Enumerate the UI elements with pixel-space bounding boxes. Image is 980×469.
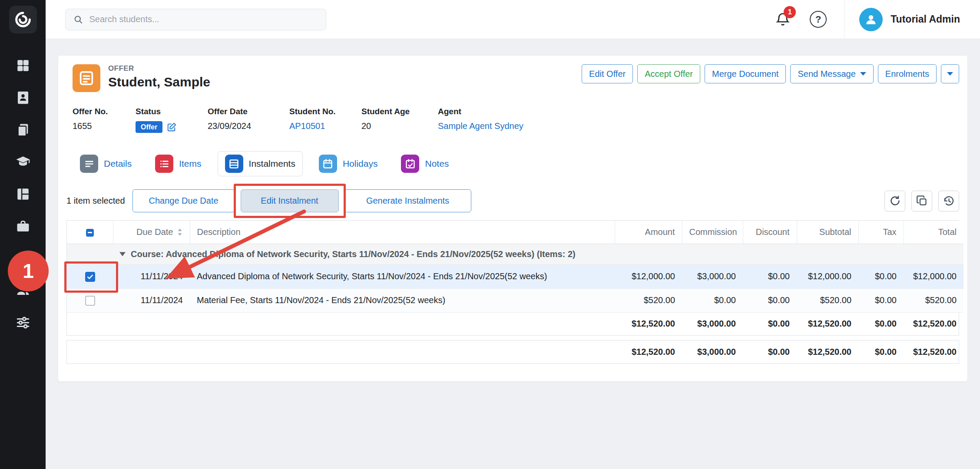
sidebar-item-contacts[interactable] (0, 82, 46, 114)
student-age-value: 20 (361, 121, 438, 131)
offer-type-label: OFFER (108, 64, 210, 73)
sidebar-nav (0, 39, 46, 339)
reports-icon (16, 251, 30, 266)
offer-actions: Edit Offer Accept Offer Merge Document S… (582, 64, 959, 83)
sidebar-item-documents[interactable] (0, 114, 46, 146)
offer-header: OFFER Student, Sample Edit Offer Accept … (73, 64, 959, 92)
briefcase-icon (16, 219, 30, 234)
logo-icon (9, 6, 37, 33)
sidebar-item-dashboard[interactable] (0, 50, 46, 82)
instalments-toolbar: 1 item selected Change Due Date Edit Ins… (66, 189, 959, 212)
courses-icon (16, 155, 30, 169)
tab-holidays[interactable]: Holidays (311, 151, 385, 176)
due-date-header[interactable]: Due Date (113, 221, 190, 244)
chevron-down-icon (947, 72, 953, 76)
notes-tab-icon (401, 155, 419, 173)
accept-offer-button[interactable]: Accept Offer (637, 64, 700, 83)
copy-button[interactable] (911, 191, 932, 211)
student-no-link[interactable]: AP10501 (289, 121, 325, 131)
select-all-checkbox[interactable] (86, 229, 94, 237)
search-input[interactable] (89, 14, 318, 24)
offer-date-value: 23/09/2024 (208, 121, 289, 131)
notification-badge: 1 (784, 6, 796, 18)
tab-notes[interactable]: Notes (394, 151, 456, 176)
merge-document-button[interactable]: Merge Document (705, 64, 786, 83)
student-search[interactable] (65, 9, 326, 30)
table-row[interactable]: 11/11/2024 Material Fee, Starts 11/Nov/2… (67, 288, 963, 312)
table-row[interactable]: 11/11/2024 Advanced Diploma of Network S… (67, 264, 963, 288)
description-header: Description (190, 221, 615, 244)
main-content: OFFER Student, Sample Edit Offer Accept … (46, 39, 980, 469)
sort-icon (177, 228, 183, 236)
sidebar-item-boards[interactable] (0, 178, 46, 210)
tab-items[interactable]: Items (148, 151, 209, 176)
enrolments-button[interactable]: Enrolments (878, 64, 937, 83)
selection-count: 1 item selected (66, 196, 125, 206)
sidebar-item-employers[interactable] (0, 210, 46, 242)
chevron-down-icon (860, 72, 866, 76)
documents-icon (16, 122, 30, 137)
status-block: Status Offer (136, 107, 208, 133)
collapse-caret-icon[interactable] (119, 251, 126, 257)
tab-instalments[interactable]: Instalments (218, 151, 303, 176)
row-checkbox[interactable] (85, 296, 95, 306)
sidebar-item-reports[interactable] (0, 242, 46, 274)
user-name: Tutorial Admin (891, 13, 960, 25)
change-due-date-button[interactable]: Change Due Date (132, 189, 235, 212)
edit-instalment-button[interactable]: Edit Instalment (241, 189, 339, 212)
history-button[interactable] (938, 191, 959, 211)
student-age-block: Student Age 20 (361, 107, 438, 133)
offer-no-block: Offer No. 1655 (73, 107, 136, 133)
settings-icon (16, 315, 30, 330)
search-icon (73, 14, 83, 25)
tab-details[interactable]: Details (73, 151, 139, 176)
offer-date-block: Offer Date 23/09/2024 (208, 107, 289, 133)
course-group-row[interactable]: Course: Advanced Diploma of Network Secu… (67, 244, 963, 264)
offer-info-row: Offer No. 1655 Status Offer Offer Date 2… (73, 107, 959, 133)
notifications-button[interactable]: 1 (775, 12, 791, 27)
course-group-label: Course: Advanced Diploma of Network Secu… (131, 249, 576, 259)
subtotal-header: Subtotal (797, 221, 858, 244)
student-no-block: Student No. AP10501 (289, 107, 361, 133)
total-header: Total (904, 221, 963, 244)
edit-offer-button[interactable]: Edit Offer (582, 64, 633, 83)
history-icon (943, 195, 955, 207)
agent-link[interactable]: Sample Agent Sydney (438, 121, 523, 131)
offer-no-value: 1655 (73, 121, 136, 131)
user-menu[interactable]: Tutorial Admin (859, 8, 980, 31)
commission-header: Commission (682, 221, 743, 244)
more-actions-button[interactable] (941, 64, 959, 83)
send-message-button[interactable]: Send Message (790, 64, 873, 83)
instalments-table: Due Date Description Amount Commission D… (66, 220, 959, 336)
help-button[interactable]: ? (810, 11, 827, 28)
grand-total-section: $12,520.00 $3,000.00 $0.00 $12,520.00 $0… (66, 340, 959, 364)
edit-status-icon[interactable] (167, 122, 176, 132)
topbar-right: 1 ? Tutorial Admin (775, 0, 980, 39)
discount-header: Discount (743, 221, 797, 244)
sidebar-item-settings[interactable] (0, 307, 46, 339)
app-logo[interactable] (0, 0, 46, 39)
refresh-button[interactable] (884, 191, 905, 211)
generate-instalments-button[interactable]: Generate Instalments (344, 189, 471, 212)
help-icon: ? (815, 14, 821, 25)
row-checkbox[interactable] (85, 272, 95, 282)
holidays-tab-icon (319, 155, 337, 173)
sidebar-item-courses[interactable] (0, 146, 46, 178)
items-tab-icon (155, 155, 173, 173)
instalments-tab-icon (225, 155, 243, 173)
dashboard-icon (16, 58, 30, 73)
amount-header: Amount (615, 221, 682, 244)
refresh-icon (889, 195, 901, 207)
topbar-divider (844, 0, 844, 39)
topbar: 1 ? Tutorial Admin (46, 0, 980, 39)
group-subtotal-row: $12,520.00 $3,000.00 $0.00 $12,520.00 $0… (67, 312, 963, 335)
sidebar-item-users[interactable] (0, 274, 46, 307)
user-avatar-icon (864, 13, 878, 26)
page-title: Student, Sample (108, 75, 210, 89)
tax-header: Tax (858, 221, 904, 244)
avatar (859, 8, 883, 31)
table-header-row: Due Date Description Amount Commission D… (67, 221, 963, 244)
users-icon (16, 283, 30, 298)
boards-icon (16, 187, 30, 201)
offer-tabs: Details Items Instalments Holidays Notes (73, 151, 959, 176)
